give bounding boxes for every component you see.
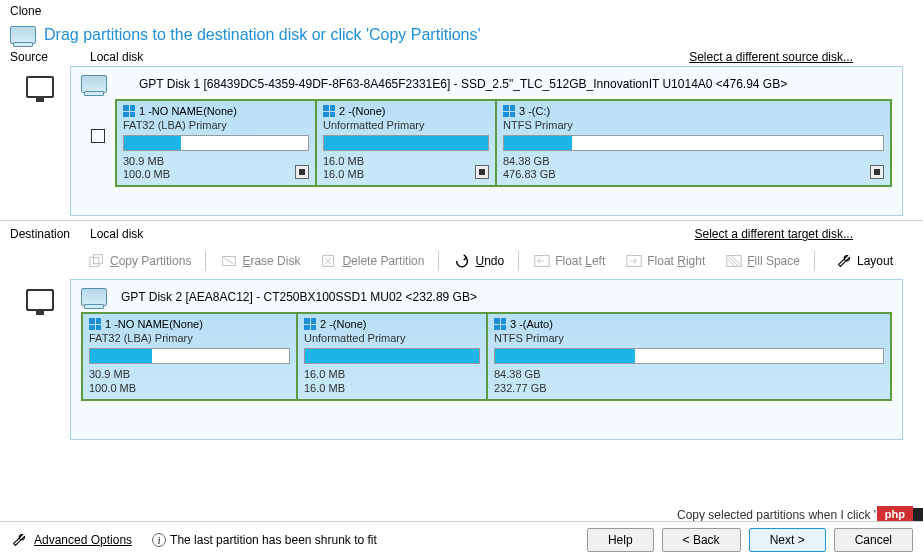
toolbar: Copy Partitions Erase Disk Delete Partit… [0, 243, 923, 279]
windows-icon [503, 105, 515, 117]
windows-icon [494, 318, 506, 330]
source-disk-panel: GPT Disk 1 [68439DC5-4359-49DF-8F63-8A46… [70, 66, 903, 216]
footer: Advanced Options i The last partition ha… [0, 521, 923, 558]
partition-fs: Unformatted Primary [304, 332, 480, 344]
partition-sizes: 84.38 GB232.77 GB [494, 368, 884, 394]
svg-rect-1 [93, 255, 102, 264]
destination-partition-2[interactable]: 2 - (None) Unformatted Primary 16.0 MB16… [298, 314, 488, 398]
source-label: Source [10, 50, 60, 64]
fill-space-button[interactable]: Fill Space [717, 249, 808, 273]
next-button[interactable]: Next > [749, 528, 826, 552]
destination-type: Local disk [90, 227, 143, 241]
destination-disk-panel: GPT Disk 2 [AEA8AC12] - CT250BX100SSD1 M… [70, 279, 903, 439]
destination-partition-1[interactable]: 1 - NO NAME (None) FAT32 (LBA) Primary 3… [83, 314, 298, 398]
wrench-icon [10, 531, 28, 549]
partition-sizes: 84.38 GB476.83 GB [503, 155, 884, 181]
svg-line-3 [225, 259, 234, 264]
disk-icon [81, 75, 107, 93]
help-button[interactable]: Help [587, 528, 654, 552]
monitor-icon [26, 289, 54, 311]
window-title: Clone [0, 0, 923, 22]
stop-icon[interactable] [295, 165, 309, 179]
partition-sizes: 30.9 MB100.0 MB [123, 155, 309, 181]
select-target-link[interactable]: Select a different target disk... [694, 227, 853, 241]
partition-usage-bar [503, 135, 884, 151]
float-right-icon [625, 253, 643, 269]
status-text: i The last partition has been shrunk to … [152, 533, 377, 547]
float-right-button[interactable]: Float Right [617, 249, 713, 273]
undo-button[interactable]: Undo [445, 249, 512, 273]
delete-icon [320, 253, 338, 269]
info-icon: i [152, 533, 166, 547]
disk-icon [81, 288, 107, 306]
windows-icon [304, 318, 316, 330]
cancel-button[interactable]: Cancel [834, 528, 913, 552]
layout-button[interactable]: Layout [835, 252, 893, 270]
delete-partition-button[interactable]: Delete Partition [312, 249, 432, 273]
erase-disk-button[interactable]: Erase Disk [212, 249, 308, 273]
windows-icon [323, 105, 335, 117]
source-partition-1[interactable]: 1 - NO NAME (None) FAT32 (LBA) Primary 3… [117, 101, 317, 185]
destination-label: Destination [10, 227, 60, 241]
partition-usage-bar [494, 348, 884, 364]
float-left-icon [533, 253, 551, 269]
source-select-checkbox[interactable] [91, 129, 105, 143]
monitor-icon [26, 76, 54, 98]
source-partition-3[interactable]: 3 - (C:) NTFS Primary 84.38 GB476.83 GB [497, 101, 890, 185]
windows-icon [89, 318, 101, 330]
partition-sizes: 16.0 MB16.0 MB [304, 368, 480, 394]
advanced-options-link[interactable]: Advanced Options [10, 531, 132, 549]
partition-fs: Unformatted Primary [323, 119, 489, 131]
source-type: Local disk [90, 50, 143, 64]
source-partition-2[interactable]: 2 - (None) Unformatted Primary 16.0 MB16… [317, 101, 497, 185]
partition-sizes: 16.0 MB16.0 MB [323, 155, 489, 181]
source-disk-title: GPT Disk 1 [68439DC5-4359-49DF-8F63-8A46… [139, 77, 787, 91]
partition-usage-bar [123, 135, 309, 151]
wrench-icon [835, 252, 853, 270]
partition-fs: NTFS Primary [503, 119, 884, 131]
windows-icon [123, 105, 135, 117]
partition-fs: FAT32 (LBA) Primary [123, 119, 309, 131]
partition-fs: NTFS Primary [494, 332, 884, 344]
undo-icon [453, 253, 471, 269]
svg-rect-0 [90, 258, 99, 267]
disk-icon [10, 26, 36, 44]
svg-line-11 [732, 257, 740, 265]
select-source-link[interactable]: Select a different source disk... [689, 50, 853, 64]
destination-disk-title: GPT Disk 2 [AEA8AC12] - CT250BX100SSD1 M… [121, 290, 477, 304]
partition-usage-bar [304, 348, 480, 364]
partition-usage-bar [89, 348, 290, 364]
php-badge: php [877, 506, 913, 522]
instruction-text[interactable]: Drag partitions to the destination disk … [44, 26, 481, 44]
copy-partitions-button[interactable]: Copy Partitions [80, 249, 199, 273]
copy-note: Copy selected partitions when I click 'N… [677, 508, 903, 522]
erase-icon [220, 253, 238, 269]
copy-icon [88, 253, 106, 269]
partition-usage-bar [323, 135, 489, 151]
back-button[interactable]: < Back [662, 528, 741, 552]
partition-fs: FAT32 (LBA) Primary [89, 332, 290, 344]
partition-sizes: 30.9 MB100.0 MB [89, 368, 290, 394]
destination-partition-3[interactable]: 3 - (Auto) NTFS Primary 84.38 GB232.77 G… [488, 314, 890, 398]
stop-icon[interactable] [870, 165, 884, 179]
stop-icon[interactable] [475, 165, 489, 179]
fill-space-icon [725, 253, 743, 269]
float-left-button[interactable]: Float Left [525, 249, 613, 273]
